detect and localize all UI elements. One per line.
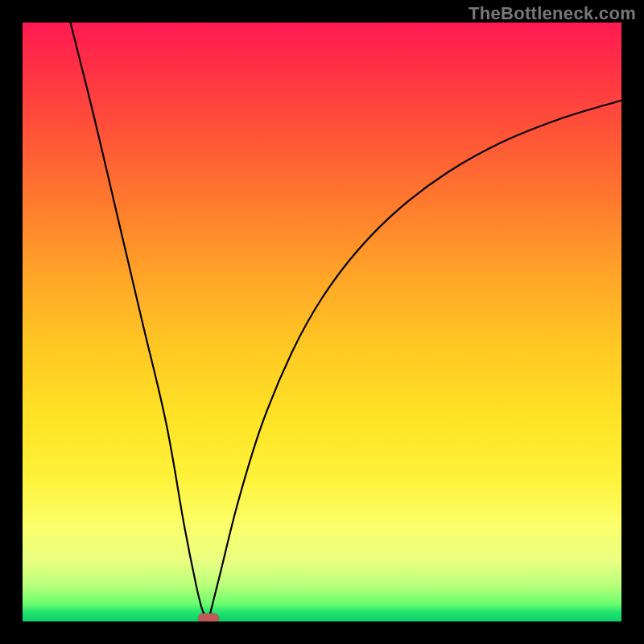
- curve-right-branch: [208, 101, 621, 621]
- curve-layer: [23, 23, 621, 621]
- watermark-text: TheBottleneck.com: [469, 3, 636, 24]
- minimum-marker: [198, 613, 219, 621]
- chart-frame: TheBottleneck.com: [0, 0, 644, 644]
- curve-left-branch: [71, 23, 208, 621]
- plot-area: [23, 23, 621, 621]
